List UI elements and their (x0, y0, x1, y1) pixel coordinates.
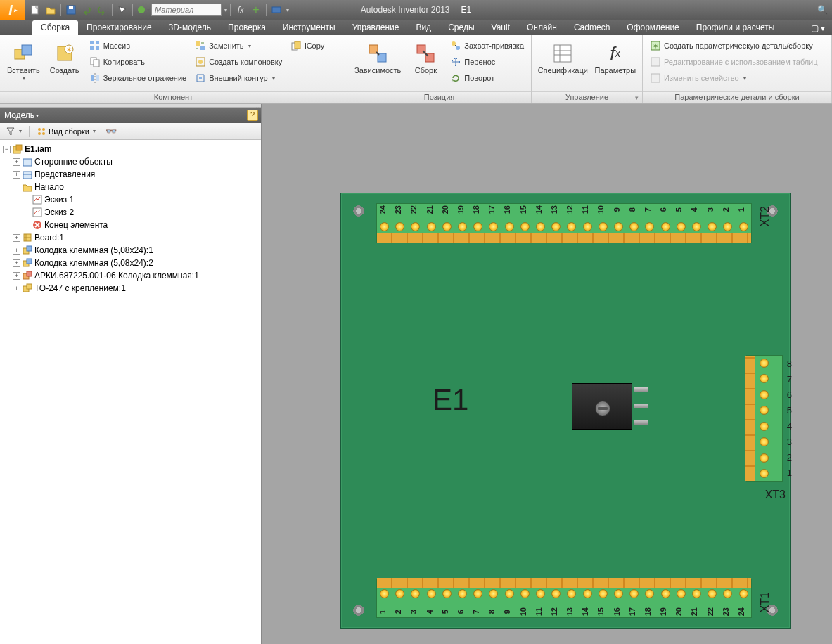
color-icon[interactable]: ▾ (136, 3, 150, 17)
tab-вид[interactable]: Вид (407, 20, 440, 35)
tree-item-label: Начало (34, 182, 64, 192)
svg-rect-58 (27, 284, 32, 289)
terminal-xt3: 87654321 (746, 355, 783, 482)
create-button[interactable]: ✶ Создать (46, 38, 84, 91)
expand-icon[interactable]: + (13, 247, 20, 255)
rotate-button[interactable]: Поворот (447, 70, 527, 86)
terminal-xt1: 123456789101112131415161718192021222324 (376, 579, 752, 618)
tab-сборка[interactable]: Сборка (32, 20, 78, 35)
panel-position-label: Позиция (347, 91, 531, 103)
svg-rect-2 (69, 6, 73, 9)
tree-item[interactable]: Конец элемента (1, 219, 260, 231)
tab-управление[interactable]: Управление (344, 20, 408, 35)
tab-3d-модель[interactable]: 3D-модель (160, 20, 220, 35)
tab-среды[interactable]: Среды (440, 20, 482, 35)
move-button[interactable]: Перенос (447, 54, 527, 70)
svg-rect-48 (33, 208, 41, 217)
expand-icon[interactable]: − (3, 146, 11, 153)
main-area: × Модель ▾? ▾ Вид сборки▾ 👓 − E1.iam +Ст… (0, 104, 832, 644)
tab-cadmech[interactable]: Cadmech (565, 20, 618, 35)
mirror-button[interactable]: Зеркальное отражение (87, 70, 190, 86)
svg-text:✶: ✶ (66, 46, 72, 53)
expand-icon[interactable]: + (13, 158, 20, 166)
xt2-label: XT2 (759, 206, 772, 226)
help-icon[interactable]: ? (247, 110, 258, 121)
viewport[interactable]: E1 2423222120191817161514131211109876543… (262, 104, 832, 644)
svg-rect-54 (27, 259, 32, 264)
tab-оформление[interactable]: Оформление (618, 20, 687, 35)
browser-header[interactable]: Модель ▾? (0, 108, 261, 123)
board-label: E1 (433, 383, 468, 417)
expand-icon[interactable]: + (13, 259, 20, 267)
search-icon[interactable]: 🔍 (815, 3, 829, 17)
binoculars-icon[interactable]: 👓 (103, 124, 120, 138)
ipart-create-button[interactable]: ✶Создать параметрическую деталь/сборку (647, 38, 821, 53)
tab-проектирование[interactable]: Проектирование (78, 20, 160, 35)
new-file-icon[interactable] (28, 3, 42, 17)
panel-expand-icon[interactable]: ▾ (633, 94, 640, 101)
ribbon-collapse-icon[interactable]: ▢ ▾ (804, 21, 832, 35)
panel-component: Вставить▾ ✶ Создать Массив Копировать Зе… (0, 35, 347, 103)
redo-icon[interactable] (95, 3, 109, 17)
save-icon[interactable] (64, 3, 78, 17)
icopy-button[interactable]: iCopy (288, 38, 327, 53)
expand-icon[interactable]: + (13, 272, 20, 280)
view-mode-button[interactable]: Вид сборки▾ (34, 125, 98, 138)
rep-icon (22, 169, 33, 180)
grip-button[interactable]: Захват-привязка (447, 38, 527, 53)
svg-text:✶: ✶ (653, 42, 658, 50)
tree-item[interactable]: Начало (1, 181, 260, 193)
svg-rect-0 (32, 6, 38, 14)
layout-button[interactable]: Создать компоновку (192, 54, 285, 70)
model-browser: × Модель ▾? ▾ Вид сборки▾ 👓 − E1.iam +Ст… (0, 104, 262, 644)
replace-button[interactable]: Заменить▾ (192, 38, 285, 53)
svg-rect-52 (27, 246, 32, 251)
panel-component-label: Компонент (0, 91, 347, 103)
tab-инструменты[interactable]: Инструменты (274, 20, 344, 35)
tree-item-label: ТО-247 с креплением:1 (34, 283, 126, 293)
select-icon[interactable] (115, 3, 129, 17)
expand-icon[interactable]: + (13, 285, 20, 292)
svg-rect-13 (96, 46, 99, 50)
expand-icon[interactable]: + (13, 234, 20, 242)
svg-rect-6 (22, 45, 32, 55)
tree-item-label: Сторонние объекты (34, 157, 113, 167)
tree-item[interactable]: Эскиз 1 (1, 193, 260, 206)
insert-button[interactable]: Вставить▾ (4, 38, 43, 91)
tab-профили и расчеты[interactable]: Профили и расчеты (688, 20, 783, 35)
undo-icon[interactable] (79, 3, 94, 17)
tree-item[interactable]: +Колодка клеммная (5,08x24):2 (1, 257, 260, 269)
bom-button[interactable]: Спецификаци (536, 38, 590, 91)
tree-item-label: Эскиз 2 (44, 207, 74, 217)
sketch-icon (32, 194, 43, 205)
tree-item[interactable]: +Колодка клеммная (5,08x24):1 (1, 244, 260, 257)
app-menu-button[interactable]: I▸ (0, 0, 25, 20)
tree-item[interactable]: +Сторонние объекты (1, 155, 260, 168)
tree-item[interactable]: +ТО-247 с креплением:1 (1, 282, 260, 295)
tree-item[interactable]: +Board:1 (1, 231, 260, 244)
tree-item[interactable]: Эскиз 2 (1, 206, 260, 219)
plus-icon[interactable]: + (249, 3, 263, 17)
asm3-icon (22, 283, 33, 294)
svg-point-38 (38, 128, 41, 131)
svg-line-29 (455, 45, 456, 46)
expand-icon[interactable]: + (13, 171, 20, 179)
filter-icon[interactable]: ▾ (3, 125, 25, 138)
tree-item[interactable]: +АРКИ.687225.001-06 Колодка клеммная:1 (1, 269, 260, 282)
tree-item[interactable]: +Представления (1, 168, 260, 181)
params-button[interactable]: fx Параметры (593, 38, 638, 91)
array-button[interactable]: Массив (87, 38, 190, 53)
tab-онлайн[interactable]: Онлайн (518, 20, 565, 35)
material-input[interactable] (151, 4, 222, 16)
contour-button[interactable]: Внешний контур▾ (192, 70, 285, 86)
tree-root[interactable]: − E1.iam (1, 143, 260, 155)
copy-button[interactable]: Копировать (87, 54, 190, 70)
cadmech-qat-icon[interactable] (269, 3, 283, 17)
fx-icon[interactable]: fx (233, 3, 248, 17)
open-file-icon[interactable] (44, 3, 58, 17)
assemble-button[interactable]: Сборк (407, 38, 444, 91)
tree-item-label: Колодка клеммная (5,08x24):1 (34, 245, 153, 255)
constrain-button[interactable]: Зависимость (352, 38, 404, 91)
tab-проверка[interactable]: Проверка (219, 20, 274, 35)
tab-vault[interactable]: Vault (483, 20, 518, 35)
